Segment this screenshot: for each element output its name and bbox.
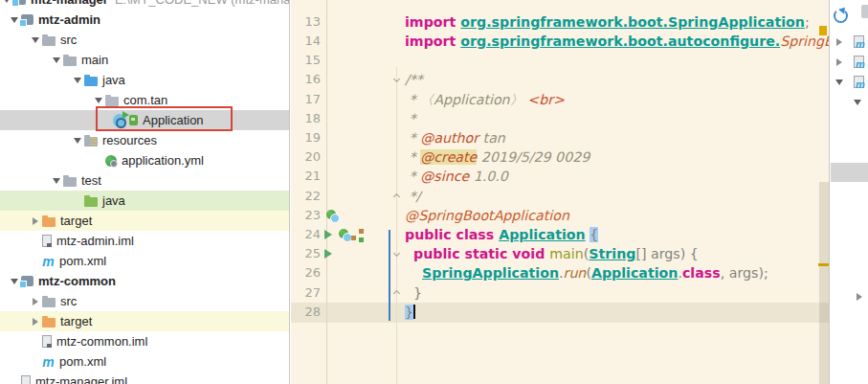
tree-row-java[interactable]: java [0,70,290,90]
code-token: [] args) { [635,246,698,261]
expand-arrow-icon[interactable] [853,286,866,306]
collapse-arrow-icon[interactable] [50,50,63,70]
code-line[interactable]: * 〈Application〉 <br> [405,90,565,109]
code-token: @SpringBootApplication [405,208,569,223]
maven-refresh-icon[interactable] [834,8,846,20]
fold-marker-icon[interactable] [393,289,400,296]
bean-diagram-icon[interactable] [351,229,364,241]
iml-icon [42,235,52,247]
collapse-arrow-icon[interactable] [92,90,105,110]
fold-marker-icon[interactable] [393,76,400,82]
spring-bean-icon[interactable] [339,229,351,241]
tree-item-label: target [60,214,92,228]
code-token: /** [405,72,423,87]
line-number: 25 [291,244,321,263]
tree-item-label: src [60,294,77,308]
code-token [405,265,422,281]
tree-row-application[interactable]: Application [0,110,290,130]
code-token: 1.0.0 [469,169,508,184]
run-button-icon[interactable] [324,249,332,259]
arrow-slot [29,251,42,271]
tree-row-target[interactable]: target [0,311,290,331]
collapse-arrow-icon[interactable] [833,72,846,92]
spring-bean-icon[interactable] [326,210,339,222]
tree-row-main[interactable]: main [0,50,290,70]
maven-tree-row[interactable] [833,52,864,72]
tree-row-resources[interactable]: resources [0,130,290,150]
tree-row-application-yml[interactable]: application.yml [0,150,290,170]
arrow-slot [29,351,42,372]
line-number: 24 [291,225,321,244]
warning-stripe-marker[interactable] [819,26,827,35]
maven-panel [829,0,868,384]
collapse-arrow-icon[interactable] [851,92,864,112]
tree-row-pom-xml[interactable]: mpom.xml [0,251,290,271]
maven-tree-row[interactable] [851,92,864,112]
warning-stripe-line[interactable] [818,263,829,266]
arrow-slot [8,372,21,384]
code-line[interactable]: * [405,109,416,128]
line-number: 14 [291,32,321,51]
folder-icon [42,36,56,46]
tree-row-test[interactable]: test [0,170,290,191]
collapse-arrow-icon[interactable] [71,130,84,150]
fold-marker-icon[interactable] [393,192,400,199]
code-editor[interactable]: 13import org.springframework.boot.Spring… [291,0,829,384]
tree-row-mtz-common[interactable]: mtz-common [0,271,290,291]
tree-row-src[interactable]: src [0,291,290,311]
code-line[interactable]: } [405,283,422,303]
tree-row-pom-xml[interactable]: mpom.xml [0,351,290,372]
folder-icon [42,298,56,307]
code-line[interactable]: /** [405,70,423,89]
folder-resources-icon [84,137,98,147]
expand-arrow-icon[interactable] [29,311,42,331]
maven-tree-row[interactable] [853,286,866,306]
maven-tree-row[interactable] [833,72,864,92]
code-line[interactable]: * @create 2019/5/29 0029 [405,147,590,167]
code-line[interactable]: * @author tan [405,128,505,147]
code-token: * [405,169,420,184]
code-line[interactable]: public class Application { [405,225,598,244]
tree-row-com-tan[interactable]: com.tan [0,90,290,110]
collapse-arrow-icon[interactable] [50,170,63,191]
tree-item-label: main [81,53,108,67]
maven-toolbar-icon[interactable] [861,5,868,18]
run-button-icon[interactable] [324,230,332,239]
tree-row-target[interactable]: target [0,211,290,231]
tree-row-mtz-manager-iml[interactable]: mtz-manager.iml [0,372,290,384]
editor-scrollbar[interactable] [818,0,829,384]
tree-row-src[interactable]: src [0,30,290,50]
code-token: main [549,246,583,261]
tree-row-mtz-common-iml[interactable]: mtz-common.iml [0,331,290,351]
expand-arrow-icon[interactable] [29,291,42,311]
code-line[interactable]: * @since 1.0.0 [405,167,508,186]
collapse-arrow-icon[interactable] [29,30,42,50]
code-token: @create [420,149,477,165]
code-line[interactable]: } [405,303,415,322]
maven-selected-row[interactable] [831,163,868,182]
tree-row-mtz-admin[interactable]: mtz-admin [0,10,290,30]
code-line[interactable]: */ [405,187,420,206]
expand-arrow-icon[interactable] [29,211,42,231]
tree-row-java[interactable]: java [0,191,290,211]
code-line[interactable]: @SpringBootApplication [405,206,569,225]
code-token: * [405,130,420,146]
fold-marker-icon[interactable] [393,250,400,257]
code-token: org.springframework.boot.SpringApplicati… [460,14,805,30]
tree-item-label: src [60,33,77,47]
collapse-arrow-icon[interactable] [71,70,84,90]
maven-module-icon [854,56,864,68]
scrollbar-thumb[interactable] [819,182,829,384]
arrow-slot [29,331,42,351]
code-token: public class [405,227,499,242]
code-line[interactable]: public static void main(String[] args) { [405,244,699,263]
code-line[interactable]: import org.springframework.boot.autoconf… [405,32,829,51]
tree-row-root[interactable]: mtz-manager E:\MY_CODE_NEW (mtz-manager) [0,0,290,10]
code-line[interactable]: import org.springframework.boot.SpringAp… [405,12,810,32]
code-line[interactable]: SpringApplication.run(Application.class,… [405,263,768,282]
tree-row-mtz-admin-iml[interactable]: mtz-admin.iml [0,231,290,251]
expand-arrow-icon[interactable] [833,32,846,52]
tree-item-label: mtz-admin.iml [56,234,134,248]
maven-tree-row[interactable] [833,32,864,52]
expand-arrow-icon[interactable] [833,52,846,72]
